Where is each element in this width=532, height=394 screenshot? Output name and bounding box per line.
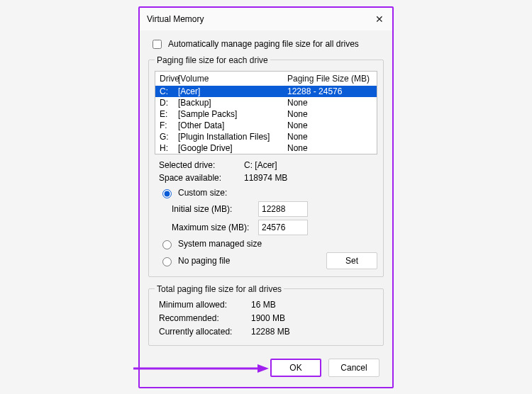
drive-row[interactable]: F:[Other Data]None	[155, 120, 377, 131]
drive-row[interactable]: G:[Plugin Installation Files]None	[155, 131, 377, 142]
initial-size-row: Initial size (MB):	[172, 201, 377, 217]
recommended-value: 1900 MB	[251, 313, 373, 323]
drive-volume: [Sample Packs]	[178, 109, 287, 119]
radio-custom-label: Custom size:	[178, 188, 227, 198]
drive-row[interactable]: E:[Sample Packs]None	[155, 108, 377, 120]
radio-custom[interactable]	[162, 189, 172, 198]
max-size-label: Maximum size (MB):	[172, 223, 255, 232]
space-available-label: Space available:	[159, 173, 244, 183]
drive-volume: [Backup]	[178, 98, 287, 108]
drive-list-header: Drive [Volume Paging File Size (MB)	[155, 72, 377, 86]
auto-manage-checkbox[interactable]	[153, 40, 162, 49]
cancel-button[interactable]: Cancel	[328, 359, 379, 377]
ok-button[interactable]: OK	[270, 359, 321, 377]
drive-letter: E:	[160, 109, 178, 119]
dialog-footer: OK Cancel	[148, 353, 384, 380]
drive-letter: H:	[160, 143, 178, 153]
drive-letter: D:	[160, 98, 178, 108]
selected-drive-value: C: [Acer]	[244, 160, 377, 170]
col-volume: [Volume	[178, 74, 287, 84]
radio-none-row: No paging file	[159, 255, 230, 266]
selected-drive-label: Selected drive:	[159, 160, 244, 170]
drive-row[interactable]: C:[Acer]12288 - 24576	[155, 86, 377, 97]
dialog-content: Automatically manage paging file size fo…	[140, 30, 392, 387]
drive-paging: 12288 - 24576	[287, 86, 372, 96]
min-allowed-value: 16 MB	[251, 300, 373, 310]
drive-group-legend: Paging file size for each drive	[155, 55, 270, 65]
drive-group: Paging file size for each drive Drive [V…	[148, 55, 384, 277]
drive-paging: None	[287, 109, 372, 119]
initial-size-input[interactable]	[258, 201, 308, 217]
selected-info: Selected drive: C: [Acer] Space availabl…	[155, 160, 377, 183]
drive-volume: [Other Data]	[178, 120, 287, 130]
radio-system[interactable]	[162, 240, 172, 249]
drive-row[interactable]: D:[Backup]None	[155, 97, 377, 108]
set-button[interactable]: Set	[326, 252, 377, 269]
titlebar: Virtual Memory ✕	[140, 8, 392, 30]
drive-letter: F:	[160, 120, 178, 130]
drive-paging: None	[287, 143, 372, 153]
auto-manage-label: Automatically manage paging file size fo…	[168, 39, 359, 49]
drive-paging: None	[287, 98, 372, 108]
drive-letter: C:	[160, 86, 178, 96]
drive-volume: [Google Drive]	[178, 143, 287, 153]
drive-letter: G:	[160, 132, 178, 142]
window-title: Virtual Memory	[147, 14, 204, 24]
drive-volume: [Acer]	[178, 86, 287, 96]
radio-custom-row: Custom size:	[159, 187, 377, 198]
max-size-input[interactable]	[258, 220, 308, 235]
recommended-label: Recommended:	[159, 313, 251, 323]
min-allowed-label: Minimum allowed:	[159, 300, 251, 310]
virtual-memory-dialog: Virtual Memory ✕ Automatically manage pa…	[138, 6, 394, 388]
drive-row[interactable]: H:[Google Drive]None	[155, 142, 377, 154]
radio-system-row: System managed size	[159, 238, 377, 249]
drive-volume: [Plugin Installation Files]	[178, 132, 287, 142]
close-icon: ✕	[375, 13, 384, 25]
currently-label: Currently allocated:	[159, 327, 251, 337]
size-options: Custom size: Initial size (MB): Maximum …	[155, 187, 377, 269]
space-available-value: 118974 MB	[244, 173, 377, 183]
radio-none-label: No paging file	[178, 256, 230, 266]
radio-none[interactable]	[162, 257, 172, 266]
close-button[interactable]: ✕	[372, 12, 387, 26]
auto-manage-row: Automatically manage paging file size fo…	[150, 38, 384, 51]
drive-paging: None	[287, 132, 372, 142]
col-paging: Paging File Size (MB)	[287, 74, 372, 84]
col-drive: Drive	[160, 74, 178, 84]
drive-paging: None	[287, 120, 372, 130]
max-size-row: Maximum size (MB):	[172, 220, 377, 235]
drive-list[interactable]: Drive [Volume Paging File Size (MB) C:[A…	[155, 71, 377, 154]
totals-legend: Total paging file size for all drives	[155, 284, 284, 294]
annotation-arrow-icon	[130, 361, 272, 376]
initial-size-label: Initial size (MB):	[172, 204, 255, 214]
currently-value: 12288 MB	[251, 327, 373, 337]
radio-system-label: System managed size	[178, 239, 262, 249]
totals-group: Total paging file size for all drives Mi…	[148, 284, 384, 346]
svg-marker-1	[257, 364, 269, 373]
